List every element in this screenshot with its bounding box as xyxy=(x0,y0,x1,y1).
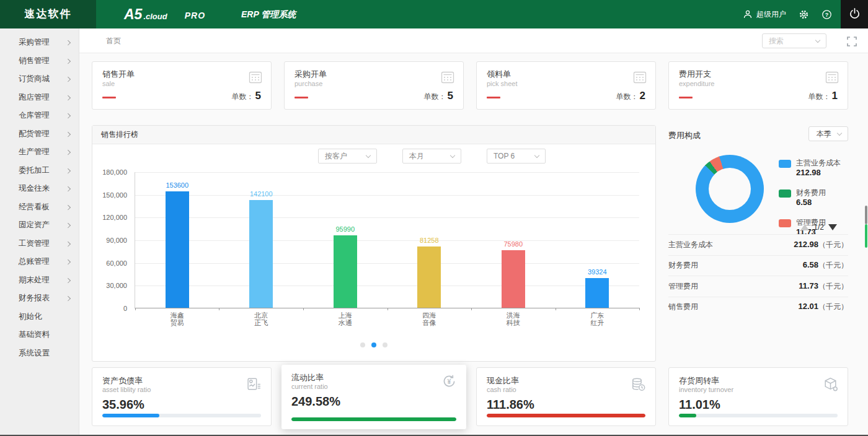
scrollbar-thumb-accent[interactable] xyxy=(865,224,867,248)
sidebar-item-3[interactable]: 跑店管理 xyxy=(0,89,79,107)
coins-clock-icon xyxy=(630,376,647,395)
legend-pager: 1/2 xyxy=(800,223,837,232)
kpi-card-asset-liability[interactable]: 资产负债率 asset liblity ratio 35.96% xyxy=(92,367,272,426)
search-input[interactable]: 搜索 xyxy=(762,33,826,48)
kpi-progress xyxy=(679,414,838,417)
brand-cloud: .cloud xyxy=(143,12,167,21)
scrollbar-thumb[interactable] xyxy=(865,206,867,224)
sidebar-item-7[interactable]: 委托加工 xyxy=(0,162,79,180)
legend-swatch xyxy=(779,190,791,198)
kpi-card-inventory-turnover[interactable]: 存货周转率 inventory turnover 11.01% xyxy=(668,367,848,426)
bar-value-4: 75980 xyxy=(503,240,523,248)
red-dash xyxy=(679,97,693,98)
fee-row-label: 管理费用 xyxy=(668,281,698,292)
sidebar-item-12[interactable]: 总账管理 xyxy=(0,253,79,271)
bar-group-3: 81258四海音像 xyxy=(388,172,472,308)
stat-card-purchase[interactable]: 采购开单 purchase 单数：5 xyxy=(284,61,464,110)
sidebar-item-4[interactable]: 仓库管理 xyxy=(0,107,79,125)
sidebar-item-2[interactable]: 订货商城 xyxy=(0,70,79,89)
filter-top-n[interactable]: TOP 6 xyxy=(487,149,546,164)
legend-value: 6.58 xyxy=(796,197,841,207)
kpi-value: 249.58% xyxy=(291,395,340,409)
sidebar-item-8[interactable]: 现金往来 xyxy=(0,180,79,198)
kpi-title: 流动比率 xyxy=(291,372,324,383)
page-down-icon[interactable] xyxy=(828,224,837,230)
chevron-right-icon xyxy=(65,77,70,82)
kpi-progress-fill xyxy=(487,414,645,417)
filter-label: 本月 xyxy=(409,152,424,160)
breadcrumb-bar: 首页 搜索 xyxy=(79,28,868,53)
fee-row-1: 财务费用6.58（千元） xyxy=(668,255,848,276)
kpi-progress-fill xyxy=(679,414,696,417)
stat-card-subtitle: pick sheet xyxy=(487,80,518,87)
chevron-down-icon xyxy=(815,38,820,43)
fee-row-value: 6.58（千元） xyxy=(803,260,848,271)
breadcrumb[interactable]: 首页 xyxy=(106,28,121,53)
help-icon[interactable]: ? xyxy=(822,9,832,20)
sidebar-item-11[interactable]: 工资管理 xyxy=(0,235,79,253)
sales-bar-chart: 153600海鑫贸易142100北京正飞95990上海水通81258四海音像75… xyxy=(135,172,639,308)
chevron-down-icon xyxy=(534,153,539,158)
sidebar-item-14[interactable]: 财务报表 xyxy=(0,289,79,308)
sidebar: 采购管理销售管理订货商城跑店管理仓库管理配货管理生产管理委托加工现金往来经营看板… xyxy=(0,28,79,436)
page-up-icon[interactable] xyxy=(800,224,809,230)
sidebar-item-5[interactable]: 配货管理 xyxy=(0,125,79,144)
red-dash xyxy=(294,97,308,98)
kpi-card-cash-ratio[interactable]: 现金比率 cash ratio 111.86% xyxy=(476,367,656,426)
kpi-value: 111.86% xyxy=(487,398,534,412)
bar-value-5: 39324 xyxy=(588,268,607,276)
kpi-subtitle: asset liblity ratio xyxy=(102,386,151,393)
filter-period[interactable]: 本月 xyxy=(402,149,461,164)
sidebar-item-label: 工资管理 xyxy=(19,239,50,248)
kpi-progress xyxy=(487,414,645,417)
sidebar-item-17[interactable]: 系统设置 xyxy=(0,344,79,363)
carousel-dots xyxy=(92,339,655,350)
chevron-right-icon xyxy=(65,131,70,136)
kpi-value: 11.01% xyxy=(679,398,720,412)
sidebar-item-16[interactable]: 基础资料 xyxy=(0,326,79,344)
brand: A5 .cloud PRO ERP 管理系统 xyxy=(124,0,296,28)
count-label: 单数： xyxy=(808,92,831,101)
sidebar-item-9[interactable]: 经营看板 xyxy=(0,198,79,217)
stat-card-sale[interactable]: 销售开单 sale 单数：5 xyxy=(92,61,272,110)
bar-0 xyxy=(166,191,189,308)
sidebar-item-6[interactable]: 生产管理 xyxy=(0,143,79,162)
bar-value-1: 142100 xyxy=(250,190,273,198)
gear-icon[interactable] xyxy=(799,9,809,20)
kpi-card-current-ratio[interactable]: 流动比率 current ratio ¥ 249.58% xyxy=(281,365,466,429)
sidebar-item-0[interactable]: 采购管理 xyxy=(0,33,79,52)
stat-card-subtitle: purchase xyxy=(294,80,322,87)
x-axis-tick xyxy=(639,308,640,310)
sidebar-item-13[interactable]: 期末处理 xyxy=(0,271,79,290)
sidebar-item-10[interactable]: 固定资产 xyxy=(0,216,79,235)
carousel-dot-1[interactable] xyxy=(371,342,376,347)
calculator-icon xyxy=(440,69,456,88)
calculator-icon xyxy=(824,69,840,88)
carousel-dot-2[interactable] xyxy=(383,342,388,347)
bar-2 xyxy=(334,235,357,308)
sidebar-item-1[interactable]: 销售管理 xyxy=(0,52,79,71)
stat-card-pick-sheet[interactable]: 领料单 pick sheet 单数：2 xyxy=(476,61,656,110)
chevron-right-icon xyxy=(65,277,70,282)
x-tick-label: 四海音像 xyxy=(388,312,472,326)
sidebar-item-label: 生产管理 xyxy=(19,147,50,156)
sidebar-item-label: 财务报表 xyxy=(19,294,50,302)
bar-value-0: 153600 xyxy=(166,181,188,189)
stat-card-title: 销售开单 xyxy=(102,69,135,80)
carousel-dot-0[interactable] xyxy=(360,342,365,347)
fee-period-select[interactable]: 本季 xyxy=(808,126,848,141)
sidebar-item-15[interactable]: 初始化 xyxy=(0,308,79,326)
stat-card-subtitle: sale xyxy=(102,80,115,87)
logout-button[interactable] xyxy=(841,0,868,28)
fullscreen-icon[interactable] xyxy=(847,37,857,46)
legend-swatch xyxy=(779,160,791,168)
user-menu[interactable]: 超级用户 xyxy=(743,9,786,20)
fee-row-value: 11.73（千元） xyxy=(799,281,848,292)
filter-by-customer[interactable]: 按客户 xyxy=(318,149,377,164)
sidebar-item-label: 初始化 xyxy=(19,312,42,321)
kpi-progress xyxy=(102,414,261,417)
fee-row-label: 财务费用 xyxy=(668,260,698,271)
count-value: 5 xyxy=(448,90,453,102)
chevron-down-icon xyxy=(837,131,842,136)
stat-card-expenditure[interactable]: 费用开支 expenditure 单数：1 xyxy=(668,61,848,110)
